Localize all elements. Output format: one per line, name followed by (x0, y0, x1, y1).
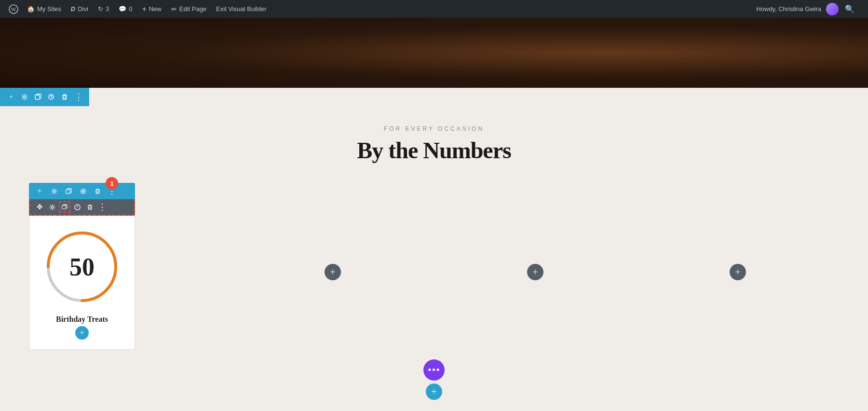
col2-add-button[interactable]: + (325, 264, 341, 280)
module-number: 50 (69, 253, 95, 281)
section-clone-button[interactable] (32, 90, 44, 104)
row-toggle-button[interactable] (76, 184, 90, 198)
user-greeting: Howdy, Christina Gwira (756, 5, 821, 13)
updates-menu[interactable]: ↻ 3 (93, 0, 114, 18)
new-content-menu[interactable]: + New (137, 0, 166, 18)
admin-bar: W 🏠 My Sites D Divi ↻ 3 💬 0 + New ✏ Edit… (0, 0, 868, 18)
active-module-wrapper: + (29, 183, 135, 350)
row-add-button[interactable]: + (33, 184, 46, 198)
col3-add-button[interactable]: + (527, 264, 543, 280)
module-more-button[interactable]: ⋮ (96, 201, 108, 213)
bottom-controls: ••• + (0, 359, 868, 400)
module-inner-toolbar: ✥ (29, 199, 135, 216)
hero-section (0, 18, 868, 88)
exit-builder-button[interactable]: Exit Visual Builder (211, 0, 271, 18)
modules-row: + (0, 183, 868, 350)
edit-page-button[interactable]: ✏ Edit Page (166, 0, 211, 18)
module-move-button[interactable]: ✥ (34, 201, 45, 213)
col4-add-button[interactable]: + (730, 264, 746, 280)
module-add-inside-button[interactable]: + (75, 326, 89, 340)
svg-text:W: W (11, 6, 16, 12)
admin-user-area: Howdy, Christina Gwira 🔍 (756, 3, 863, 15)
row-settings-button[interactable] (47, 184, 61, 198)
row-toolbar: + (29, 183, 135, 199)
module-col-2: + (231, 183, 434, 337)
pencil-icon: ✏ (171, 5, 177, 13)
section-toolbar: + ⋮ (0, 88, 89, 106)
module-col-4: + (637, 183, 839, 337)
wp-logo[interactable]: W (5, 0, 22, 18)
section-settings-button[interactable] (18, 90, 31, 104)
notification-badge: 1 (106, 177, 118, 190)
search-icon[interactable]: 🔍 (841, 4, 858, 14)
svg-point-8 (51, 206, 54, 208)
section-subtitle: FOR EVERY OCCASION (0, 125, 868, 132)
module-toggle-button[interactable] (71, 201, 83, 213)
section-delete-button[interactable] (58, 90, 71, 104)
module-label: Birthday Treats (56, 315, 108, 324)
avatar[interactable] (826, 3, 839, 15)
svg-point-2 (23, 96, 26, 98)
comments-menu[interactable]: 💬 0 (114, 0, 137, 18)
bottom-dots-button[interactable]: ••• (423, 359, 445, 381)
svg-rect-6 (66, 189, 69, 193)
module-settings-button[interactable] (46, 201, 58, 213)
svg-point-5 (53, 190, 55, 192)
section-add-button[interactable]: + (5, 90, 17, 104)
section-toggle-button[interactable] (45, 90, 57, 104)
module-col-3: + (434, 183, 637, 337)
section-heading: FOR EVERY OCCASION By the Numbers (0, 125, 868, 164)
module-clone-button[interactable] (59, 201, 70, 213)
home-icon: 🏠 (27, 5, 35, 13)
bottom-add-button[interactable]: + (426, 384, 442, 400)
section-more-button[interactable]: ⋮ (72, 90, 84, 104)
main-content: FOR EVERY OCCASION By the Numbers + (0, 106, 868, 411)
plus-icon: + (142, 5, 146, 14)
svg-rect-9 (62, 206, 66, 209)
svg-rect-3 (35, 95, 40, 99)
updates-icon: ↻ (98, 5, 103, 13)
divi-menu[interactable]: D Divi (66, 0, 93, 18)
section-title: By the Numbers (0, 137, 868, 164)
my-sites-menu[interactable]: 🏠 My Sites (22, 0, 66, 18)
comments-icon: 💬 (119, 5, 126, 13)
hero-background (0, 18, 868, 88)
module-col-1: + (29, 183, 231, 350)
module-delete-button[interactable] (84, 201, 95, 213)
circle-chart: 50 (43, 228, 121, 305)
row-clone-button[interactable] (62, 184, 75, 198)
row-delete-button[interactable] (91, 184, 104, 198)
module-card: 50 Birthday Treats + (29, 216, 135, 350)
divi-icon: D (71, 5, 75, 13)
